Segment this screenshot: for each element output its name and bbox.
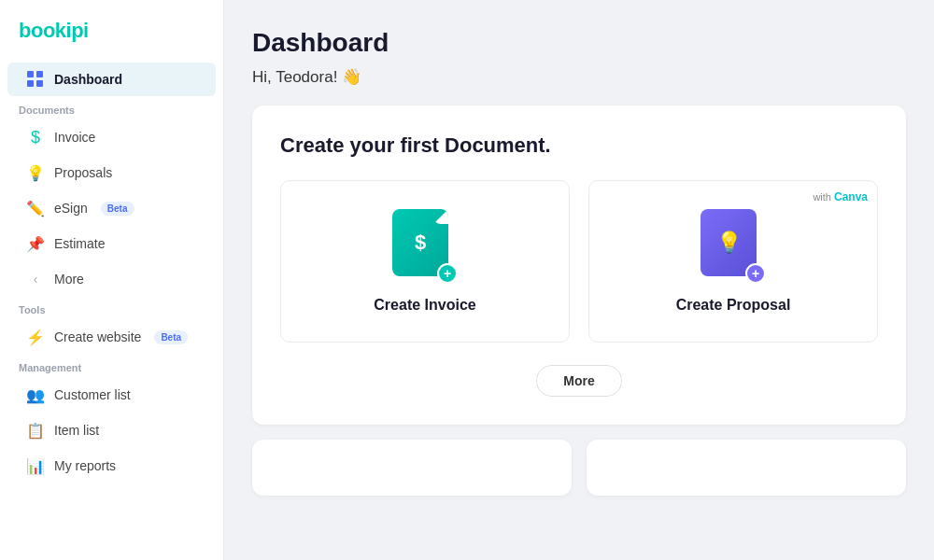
canva-badge: with Canva [813,190,868,203]
sidebar-item-proposals[interactable]: 💡 Proposals [7,156,216,189]
list-icon: 📋 [26,421,45,440]
proposal-plus-icon: + [745,263,766,284]
greeting-text: Hi, Teodora! 👋 [252,67,906,87]
sidebar-item-invoice[interactable]: $ Invoice [7,120,216,154]
invoice-plus-icon: + [437,263,458,284]
proposals-label: Proposals [54,165,112,180]
esign-label: eSign [54,201,88,216]
reports-icon: 📊 [26,456,45,475]
logo-text: bookipi [19,19,89,42]
sidebar-item-my-reports[interactable]: 📊 My reports [7,449,216,483]
create-website-label: Create website [54,329,141,344]
canva-prefix: with [813,191,831,203]
bulb-icon: 💡 [26,163,45,182]
proposal-bulb-icon: 💡 [716,231,742,255]
management-section-label: Management [0,355,223,377]
more-button[interactable]: More [536,365,621,397]
page-title: Dashboard [252,28,906,58]
canva-logo-text: Canva [834,190,868,203]
sidebar-item-dashboard[interactable]: Dashboard [7,63,216,96]
more-button-wrap: More [280,365,878,397]
main-content: Dashboard Hi, Teodora! 👋 Create your fir… [224,0,934,560]
sign-icon: ✏️ [26,199,45,217]
app-logo[interactable]: bookipi [0,19,223,62]
people-icon: 👥 [26,385,45,404]
sidebar-item-esign[interactable]: ✏️ eSign Beta [7,191,216,225]
bottom-cards [252,440,906,496]
create-invoice-label: Create Invoice [374,297,475,314]
create-proposal-option[interactable]: with Canva 💡 + Create Proposal [588,180,878,343]
dashboard-label: Dashboard [54,72,122,87]
sidebar-item-customer-list[interactable]: 👥 Customer list [7,378,216,412]
sidebar-item-more[interactable]: ‹ More [7,262,216,296]
dashboard-icon [26,70,45,89]
create-website-beta-badge: Beta [154,330,188,344]
bottom-card-right [587,440,906,496]
item-list-label: Item list [54,423,99,438]
create-invoice-option[interactable]: $ + Create Invoice [280,180,570,343]
chevron-icon: ‹ [26,270,45,288]
create-proposal-label: Create Proposal [676,297,791,314]
sidebar-item-estimate[interactable]: 📌 Estimate [7,227,216,260]
invoice-icon-wrap: $ + [392,209,458,284]
create-document-title: Create your first Document. [280,133,878,158]
documents-section-label: Documents [0,97,223,119]
more-label: More [54,272,84,287]
pin-icon: 📌 [26,234,45,253]
invoice-dollar-sign: $ [415,231,426,255]
proposal-icon-wrap: 💡 + [700,209,766,284]
sidebar-item-item-list[interactable]: 📋 Item list [7,413,216,447]
estimate-label: Estimate [54,236,105,251]
create-document-card: Create your first Document. $ + Create I… [252,105,906,425]
invoice-label: Invoice [54,130,95,145]
my-reports-label: My reports [54,458,116,473]
sidebar: bookipi Dashboard Documents $ Invoice 💡 … [0,0,224,560]
bottom-card-left [252,440,572,496]
customer-list-label: Customer list [54,387,131,402]
esign-beta-badge: Beta [101,202,134,216]
sidebar-item-create-website[interactable]: ⚡ Create website Beta [7,320,216,354]
document-options: $ + Create Invoice with Canva 💡 + [280,180,878,343]
tools-section-label: Tools [0,297,223,319]
lightning-icon: ⚡ [26,328,45,346]
dollar-icon: $ [26,128,45,147]
